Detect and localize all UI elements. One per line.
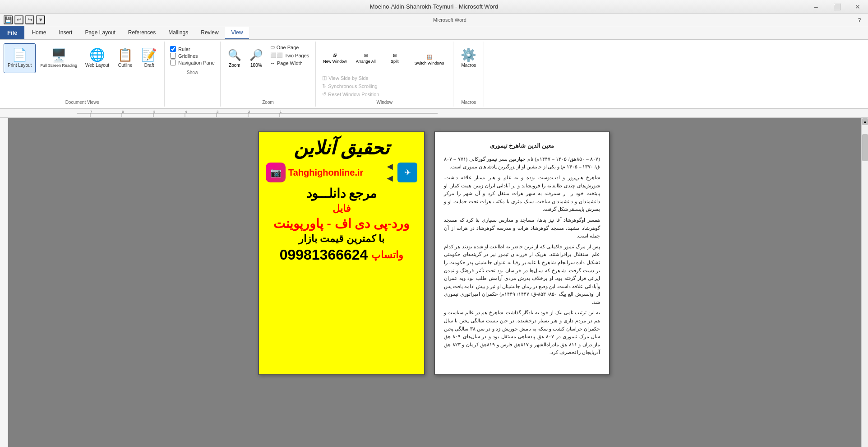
full-screen-reading-button[interactable]: 🖥️ Full Screen Reading: [37, 43, 81, 73]
telegram-icon: ✈: [397, 163, 417, 182]
web-layout-button[interactable]: 🌐 Web Layout: [82, 43, 113, 73]
minimize-button[interactable]: –: [806, 0, 826, 14]
nav-pane-checkbox-label[interactable]: Navigation Pane: [170, 60, 215, 65]
zoom-buttons: 🔍 Zoom 🔎 100% ▭ One Page ⬜⬜ Two Pages: [224, 43, 312, 98]
print-layout-button[interactable]: 📄 Print Layout: [4, 43, 36, 73]
svg-text:5: 5: [153, 110, 156, 114]
title-bar: Moeino-Aldin-Shahrokh-Teymuri - Microsof…: [0, 0, 868, 14]
nav-pane-checkbox[interactable]: [170, 60, 176, 65]
two-pages-icon: ⬜⬜: [270, 52, 283, 58]
maximize-button[interactable]: ⬜: [826, 0, 847, 14]
ad-whatsapp: واتساپ: [371, 249, 403, 261]
ad-url: Tahghighonline.ir: [288, 168, 382, 178]
text-content: معین الدین شاهرخ تیموری (۸۰۷ – ۸۵۰هق/ ۱۴…: [444, 141, 600, 357]
ad-phone: 09981366624: [280, 247, 368, 263]
tab-insert[interactable]: Insert: [52, 27, 78, 39]
svg-text:2: 2: [248, 110, 250, 114]
arrows: ◄ ◄: [385, 161, 395, 184]
full-screen-icon: 🖥️: [51, 49, 67, 62]
ad-line4: فایل: [332, 203, 351, 214]
draft-button[interactable]: 📝 Draft: [138, 43, 161, 73]
page-right: معین الدین شاهرخ تیموری (۸۰۷ – ۸۵۰هق/ ۱۴…: [434, 131, 610, 375]
zoom-icon: 🔍: [228, 49, 241, 61]
split-icon: ⊟: [393, 53, 397, 58]
group-show: Ruler Gridlines Navigation Pane Show: [165, 42, 221, 107]
close-button[interactable]: ✕: [847, 0, 868, 14]
tab-references[interactable]: References: [122, 27, 162, 39]
telegram-icon-box: ✈: [397, 163, 417, 182]
draft-icon: 📝: [141, 49, 157, 61]
instagram-icon: 📷: [270, 167, 282, 178]
zoom-button[interactable]: 🔍 Zoom: [224, 43, 245, 73]
tab-file[interactable]: File: [0, 26, 24, 39]
svg-text:4: 4: [185, 110, 187, 114]
ruler-checkbox-label[interactable]: Ruler: [170, 46, 215, 52]
side-by-side-icon: ◫: [322, 75, 327, 81]
text-para-4: به این ترتیب نامی نیک از خود به یادگار گ…: [444, 309, 600, 357]
one-page-button[interactable]: ▭ One Page: [268, 43, 312, 51]
text-para-1: شاهرخ هنرپرور و ادب‌دوست بوده و به علم و…: [444, 174, 600, 214]
text-para-3: پس از مرگ تیمور حاکمانی که از ترین حاضر …: [444, 243, 600, 307]
tab-mailings[interactable]: Mailings: [162, 27, 194, 39]
switch-windows-button[interactable]: 🪟 Switch Windows: [411, 45, 448, 75]
page-width-button[interactable]: ↔ Page Width: [268, 60, 312, 67]
window-title: Moeino-Aldin-Shahrokh-Teymuri - Microsof…: [370, 3, 498, 10]
tab-home[interactable]: Home: [25, 27, 52, 39]
tab-view[interactable]: View: [225, 27, 249, 39]
arrange-all-button[interactable]: ⊞ Arrange All: [352, 43, 379, 73]
ad-line3: مرجع دانلـــود: [306, 186, 377, 201]
group-document-views: 📄 Print Layout 🖥️ Full Screen Reading 🌐 …: [0, 42, 165, 107]
qat-dropdown[interactable]: ▾: [36, 15, 45, 24]
print-layout-icon: 📄: [12, 49, 28, 61]
gridlines-checkbox[interactable]: [170, 53, 176, 59]
zoom-small-buttons: ▭ One Page ⬜⬜ Two Pages ↔ Page Width: [268, 43, 312, 67]
text-title: معین الدین شاهرخ تیموری: [444, 141, 600, 151]
ruler-vertical: [0, 118, 8, 447]
page-left: تحقیق آنلاین 📷 Tahghighonline.ir ◄ ◄: [258, 131, 425, 375]
group-zoom: 🔍 Zoom 🔎 100% ▭ One Page ⬜⬜ Two Pages: [221, 42, 316, 107]
social-icons: 📷: [266, 163, 286, 182]
tab-review[interactable]: Review: [194, 27, 225, 39]
macros-button[interactable]: ⚙️ Macros: [457, 43, 480, 73]
tab-page-layout[interactable]: Page Layout: [78, 27, 121, 39]
new-window-icon: 🗗: [333, 53, 337, 58]
arrange-all-icon: ⊞: [364, 53, 368, 58]
zoom-100-button[interactable]: 🔎 100%: [246, 43, 267, 73]
ruler-horizontal: 7 6 5 4 3 2 1: [0, 109, 868, 118]
scroll-up-btn[interactable]: ▲: [862, 118, 868, 125]
ruler-checkbox[interactable]: [170, 46, 176, 52]
app-name: Microsoft Word: [47, 17, 853, 23]
split-button[interactable]: ⊟ Split: [381, 43, 408, 73]
svg-text:6: 6: [122, 110, 124, 114]
undo-button[interactable]: ↩: [14, 15, 23, 24]
ad-title: تحقیق آنلاین: [294, 137, 390, 159]
web-layout-icon: 🌐: [89, 49, 105, 61]
reset-window-position-button[interactable]: ↺ Reset Window Position: [319, 90, 382, 98]
zoom-label: Zoom: [262, 100, 274, 105]
macros-label: Macros: [461, 100, 476, 105]
outline-button[interactable]: 📋 Outline: [114, 43, 137, 73]
sync-scroll-icon: ⇅: [322, 83, 326, 89]
group-macros: ⚙️ Macros Macros: [453, 42, 484, 107]
window-label: Window: [377, 100, 393, 105]
scroll-thumb[interactable]: [862, 134, 868, 161]
text-para-0: (۸۰۷ – ۸۵۰هق/ ۱۴۰۵ – ۱۴۴۷م) نام چهارمین …: [444, 155, 600, 171]
save-button[interactable]: 💾: [4, 15, 13, 24]
document-views-label: Document Views: [65, 100, 99, 105]
scrollbar-vertical[interactable]: ▲ ▼: [861, 118, 868, 447]
document-area: تحقیق آنلاین 📷 Tahghighonline.ir ◄ ◄: [0, 118, 868, 447]
help-button[interactable]: ?: [854, 16, 864, 23]
text-para-2: همسر اوگوهرشاد آغا نیز بناها، مساجد و مد…: [444, 216, 600, 240]
instagram-icon-box: 📷: [266, 163, 286, 182]
window-small-group: ◫ View Side by Side ⇅ Synchronous Scroll…: [319, 74, 382, 98]
two-pages-button[interactable]: ⬜⬜ Two Pages: [268, 51, 312, 59]
view-side-by-side-button[interactable]: ◫ View Side by Side: [319, 74, 382, 82]
synchronous-scrolling-button[interactable]: ⇅ Synchronous Scrolling: [319, 82, 382, 90]
ruler-svg: 7 6 5 4 3 2 1: [77, 109, 438, 118]
new-window-button[interactable]: 🗗 New Window: [319, 43, 351, 73]
show-checkboxes: Ruler Gridlines Navigation Pane: [168, 43, 217, 68]
svg-text:7: 7: [90, 110, 92, 114]
redo-button[interactable]: ↪: [25, 15, 34, 24]
gridlines-checkbox-label[interactable]: Gridlines: [170, 53, 215, 59]
page-width-icon: ↔: [270, 61, 275, 66]
